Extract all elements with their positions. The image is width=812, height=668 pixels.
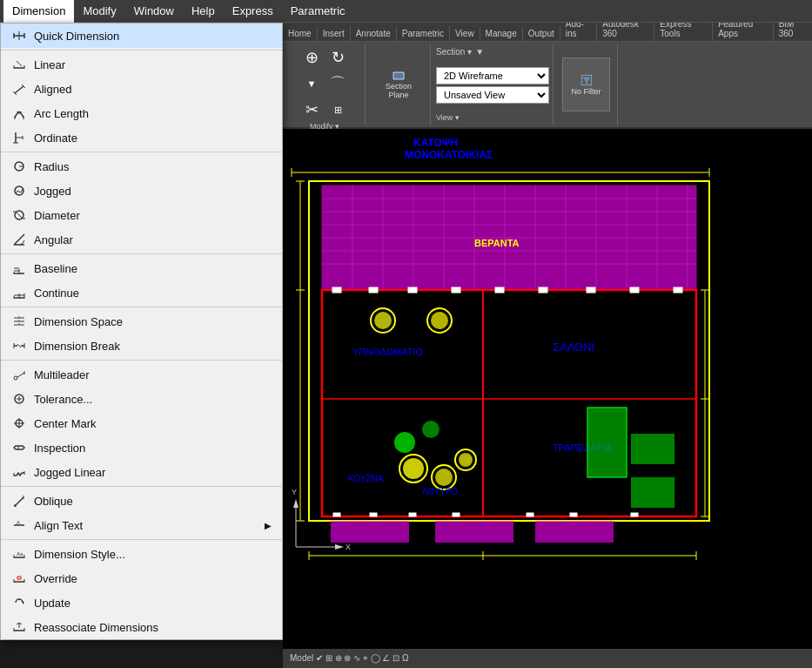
menu-item-jogged-linear[interactable]: Jogged Linear: [1, 460, 282, 484]
toolbar-move-btn[interactable]: ⊕: [299, 45, 324, 70]
menu-item-override[interactable]: Override: [1, 566, 282, 590]
baseline-label: Baseline: [34, 262, 77, 275]
menu-item-update[interactable]: Update: [1, 590, 282, 615]
tab-featured-apps[interactable]: Featured Apps: [713, 23, 773, 41]
svg-rect-154: [435, 521, 513, 543]
toolbar-arc-btn[interactable]: ⌒: [325, 71, 350, 96]
svg-text:A: A: [17, 520, 20, 525]
reassociate-label: Reassociate Dimensions: [34, 621, 158, 634]
menu-item-inspection[interactable]: Inspection: [1, 435, 282, 460]
coordinates-display: Model ✔ ⊞ ⊕ ⊗ ∿ ⌖ ◯ ∠ ⊡ Ω: [290, 653, 409, 664]
svg-line-21: [16, 212, 23, 219]
tab-home[interactable]: Home: [283, 26, 318, 41]
section-dropdown-btn[interactable]: ▼: [475, 47, 484, 57]
section-plane-label: Section Plane: [376, 83, 421, 100]
svg-rect-129: [409, 513, 416, 516]
svg-marker-72: [23, 601, 24, 604]
linear-label: Linear: [34, 58, 65, 71]
menu-item-dim-style[interactable]: Aa Dimension Style...: [1, 542, 282, 566]
svg-rect-130: [453, 513, 460, 516]
svg-point-146: [435, 469, 453, 486]
svg-rect-126: [674, 288, 681, 292]
tab-parametric[interactable]: Parametric: [397, 26, 450, 41]
sep4: [1, 307, 282, 307]
saved-view-select[interactable]: Unsaved View: [436, 86, 549, 104]
view-mode-select[interactable]: 2D Wireframe: [436, 67, 549, 84]
quick-dim-label: Quick Dimension: [34, 30, 119, 43]
menu-bar: Dimension Modify Window Help Express Par…: [0, 0, 812, 23]
menu-item-oblique[interactable]: Oblique: [1, 489, 282, 513]
menu-item-center-mark[interactable]: Center Mark: [1, 411, 282, 435]
tab-annotate[interactable]: Annotate: [351, 26, 397, 41]
override-icon: [11, 570, 27, 586]
tab-add-ins[interactable]: Add-ins: [560, 23, 597, 41]
section-plane-btn[interactable]: Section Plane: [376, 60, 421, 109]
menu-item-radius[interactable]: Radius: [1, 154, 282, 179]
menu-item-dim-break[interactable]: Dimension Break: [1, 334, 282, 358]
tab-insert[interactable]: Insert: [318, 26, 351, 41]
dimension-dropdown: Quick Dimension Linear Aligned: [0, 23, 283, 640]
toolbar-extra-btn[interactable]: ▼: [299, 71, 324, 96]
toolbar-rotate-btn[interactable]: ↻: [325, 45, 350, 70]
menu-item-multileader[interactable]: Multileader: [1, 362, 282, 387]
tab-output[interactable]: Output: [523, 26, 560, 41]
menu-item-reassociate[interactable]: Reassociate Dimensions: [1, 615, 282, 639]
ordinate-icon: [11, 130, 27, 145]
view-section-label: View ▾: [436, 113, 460, 122]
svg-line-59: [15, 497, 23, 506]
menu-item-align-text[interactable]: A Align Text ▶: [1, 513, 282, 537]
menu-item-dim-space[interactable]: Dimension Space: [1, 309, 282, 334]
svg-rect-128: [370, 513, 377, 516]
menu-dimension[interactable]: Dimension: [3, 0, 74, 23]
svg-marker-83: [582, 78, 590, 84]
menu-item-ordinate[interactable]: Ordinate: [1, 125, 282, 150]
menu-item-continue[interactable]: Continue: [1, 280, 282, 305]
sep6: [1, 486, 282, 487]
menu-item-aligned[interactable]: Aligned: [1, 77, 282, 101]
linear-icon: [11, 57, 27, 72]
inspection-label: Inspection: [34, 442, 85, 455]
toolbar-trim-btn[interactable]: ✂: [299, 98, 324, 122]
tab-manage[interactable]: Manage: [480, 26, 523, 41]
toolbar-align-btn[interactable]: ⊞: [325, 98, 350, 122]
svg-text:Y: Y: [292, 488, 297, 496]
menu-modify[interactable]: Modify: [74, 0, 124, 23]
svg-text:ΒΕΡΑΝΤΑ: ΒΕΡΑΝΤΑ: [474, 238, 520, 248]
ordinate-label: Ordinate: [34, 132, 77, 145]
menu-item-tolerance[interactable]: Tolerance...: [1, 387, 282, 411]
update-icon: [11, 595, 27, 611]
menu-window[interactable]: Window: [125, 0, 183, 23]
menu-parametric[interactable]: Parametric: [282, 0, 354, 23]
jogged-linear-label: Jogged Linear: [34, 466, 105, 479]
svg-rect-157: [631, 477, 674, 508]
override-label: Override: [34, 572, 77, 585]
menu-item-baseline[interactable]: Baseline: [1, 256, 282, 280]
continue-label: Continue: [34, 287, 79, 300]
no-filter-btn[interactable]: No Filter: [562, 57, 610, 111]
arc-length-label: Arc Length: [34, 107, 89, 120]
tab-view[interactable]: View: [450, 26, 480, 41]
tab-bim360[interactable]: BIM 360: [774, 23, 812, 41]
quick-dim-icon: [11, 28, 27, 44]
menu-help[interactable]: Help: [183, 0, 224, 23]
svg-point-140: [431, 312, 448, 329]
svg-rect-127: [333, 513, 340, 516]
svg-text:ΛΟΥΤΡΟ: ΛΟΥΤΡΟ: [422, 487, 458, 496]
dim-break-label: Dimension Break: [34, 340, 120, 353]
menu-item-diameter[interactable]: Diameter: [1, 203, 282, 227]
jogged-icon: [11, 183, 27, 199]
menu-express[interactable]: Express: [224, 0, 282, 23]
menu-item-angular[interactable]: Angular: [1, 227, 282, 252]
arc-length-icon: [11, 105, 27, 121]
svg-text:ΥΠΝΟΔΩΜΑΤΙΟ: ΥΠΝΟΔΩΜΑΤΙΟ: [352, 347, 424, 357]
aligned-icon: [11, 81, 27, 97]
menu-item-linear[interactable]: Linear: [1, 52, 282, 77]
menu-item-jogged[interactable]: Jogged: [1, 179, 282, 203]
menu-item-quick-dimension[interactable]: Quick Dimension: [1, 24, 282, 48]
tab-express-tools[interactable]: Express Tools: [654, 23, 713, 41]
menu-item-arc-length[interactable]: Arc Length: [1, 101, 282, 125]
center-mark-icon: [11, 415, 27, 431]
svg-rect-155: [535, 521, 614, 543]
tab-a360[interactable]: Autodesk 360: [597, 23, 654, 41]
update-label: Update: [34, 597, 70, 610]
